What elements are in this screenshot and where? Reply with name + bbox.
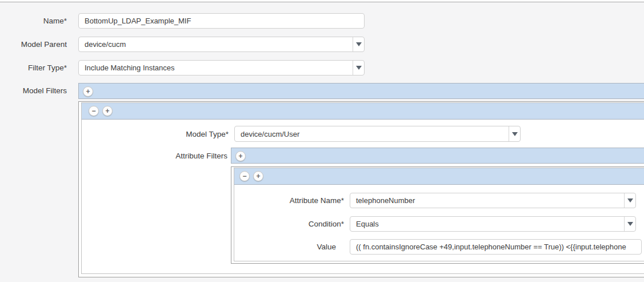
dropdown-arrow-icon[interactable] [624, 217, 635, 231]
model-type-label: Model Type* [0, 130, 229, 138]
model-filters-add-button[interactable]: + [83, 86, 93, 97]
chevron-down-icon [356, 42, 362, 46]
attribute-filter-remove-button[interactable]: − [239, 171, 250, 181]
top-divider [0, 0, 644, 2]
model-filters-add-bar [78, 83, 644, 99]
minus-icon: − [242, 173, 246, 180]
dropdown-arrow-icon[interactable] [509, 126, 520, 141]
name-input[interactable] [78, 13, 365, 29]
chevron-down-icon [627, 198, 633, 202]
model-filter-add-button[interactable]: + [102, 106, 113, 116]
condition-label: Condition* [0, 220, 344, 228]
dropdown-arrow-icon[interactable] [624, 193, 635, 208]
attribute-filter-add-button[interactable]: + [253, 171, 263, 181]
chevron-down-icon [512, 132, 518, 136]
filter-type-dropdown[interactable]: Include Matching Instances [78, 60, 365, 76]
model-parent-label: Model Parent [0, 40, 67, 49]
dropdown-arrow-icon[interactable] [353, 61, 364, 75]
plus-icon: + [86, 88, 90, 95]
model-filter-remove-button[interactable]: − [89, 106, 99, 116]
condition-value: Equals [350, 220, 624, 228]
attribute-filter-item-header [234, 168, 644, 185]
condition-dropdown[interactable]: Equals [350, 216, 636, 232]
model-filter-item-header [82, 103, 644, 120]
model-filters-label: Model Filters [0, 86, 67, 95]
form-page: Name* Model Parent device/cucm Filter Ty… [0, 0, 644, 282]
attribute-name-label: Attribute Name* [0, 196, 344, 205]
plus-icon: + [105, 108, 109, 114]
model-type-dropdown[interactable]: device/cucm/User [234, 126, 521, 142]
plus-icon: + [256, 173, 260, 180]
chevron-down-icon [627, 222, 633, 226]
minus-icon: − [91, 108, 95, 114]
attribute-filters-label: Attribute Filters [0, 152, 227, 160]
attribute-filters-add-bar [231, 148, 644, 164]
model-type-value: device/cucm/User [235, 130, 509, 138]
attribute-name-value: telephoneNumber [350, 196, 624, 205]
model-parent-value: device/cucm [79, 40, 353, 49]
value-label: Value [0, 243, 336, 251]
model-parent-dropdown[interactable]: device/cucm [78, 37, 365, 52]
attribute-filters-add-button[interactable]: + [235, 151, 246, 161]
attribute-name-dropdown[interactable]: telephoneNumber [350, 193, 636, 208]
value-input[interactable] [350, 239, 642, 255]
name-label: Name* [0, 17, 67, 25]
chevron-down-icon [356, 66, 362, 70]
dropdown-arrow-icon[interactable] [353, 37, 364, 51]
filter-type-value: Include Matching Instances [79, 63, 353, 72]
filter-type-label: Filter Type* [0, 63, 67, 72]
plus-icon: + [238, 153, 242, 160]
